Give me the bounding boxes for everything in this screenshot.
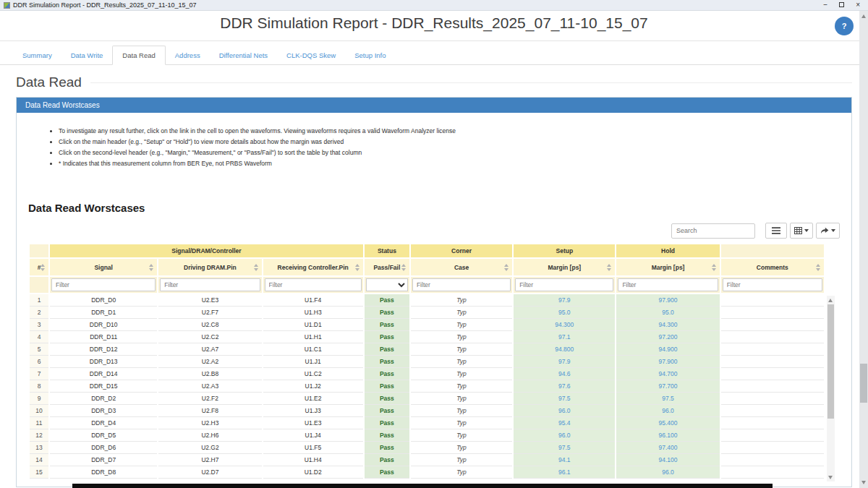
filter-input-case-5[interactable] (412, 278, 511, 291)
driving-pin-cell: U2.D7 (158, 466, 261, 479)
corner-case-cell: Typ (411, 331, 512, 343)
setup-margin-cell: 96.0 (514, 405, 615, 417)
setup-margin-link[interactable]: 94.6 (558, 370, 571, 377)
scroll-down-icon[interactable] (861, 481, 866, 484)
hold-margin-link[interactable]: 94.300 (659, 321, 678, 328)
table-row: 5DDR_D12U2.A7U1.C1PassTyp94.80094.900 (30, 343, 824, 356)
driving-pin-cell: U2.F2 (158, 393, 261, 405)
tab-address[interactable]: Address (166, 46, 210, 64)
tab-data-write[interactable]: Data Write (61, 46, 113, 64)
column-header-driving-dram-pin-2[interactable]: Driving DRAM.Pin (158, 259, 261, 277)
sort-icon[interactable] (149, 264, 154, 271)
tab-data-read[interactable]: Data Read (112, 46, 165, 65)
sort-icon[interactable] (41, 264, 46, 271)
setup-margin-link[interactable]: 96.1 (558, 468, 571, 476)
column-header-num-0[interactable]: # (30, 259, 48, 277)
column-chooser-button[interactable] (790, 223, 813, 239)
status-cell: Pass (365, 405, 409, 417)
tab-summary[interactable]: Summary (13, 46, 61, 64)
column-header-signal-1[interactable]: Signal (50, 259, 157, 277)
setup-margin-link[interactable]: 95.4 (558, 419, 571, 427)
filter-input-margin-ps-7[interactable] (618, 278, 718, 291)
setup-margin-link[interactable]: 97.5 (558, 395, 571, 402)
setup-margin-link[interactable]: 94.300 (555, 321, 574, 328)
setup-margin-link[interactable]: 97.5 (558, 444, 571, 451)
hold-margin-link[interactable]: 97.700 (659, 382, 678, 390)
hold-margin-link[interactable]: 95.0 (662, 309, 674, 316)
window-scrollbar[interactable] (859, 11, 868, 488)
sort-icon[interactable] (816, 264, 821, 271)
hold-margin-link[interactable]: 97.400 (659, 444, 678, 451)
hold-margin-link[interactable]: 94.700 (659, 370, 678, 377)
search-input[interactable] (671, 223, 755, 239)
signal-cell: DDR_D5 (50, 429, 157, 442)
hold-margin-link[interactable]: 96.100 (659, 432, 678, 439)
group-header-hold[interactable]: Hold (616, 244, 719, 259)
instructions-list: To investigate any result further, click… (59, 127, 851, 167)
column-header-margin-ps-6[interactable]: Margin [ps] (514, 259, 615, 277)
passfail-filter-select[interactable] (366, 278, 408, 291)
sort-icon[interactable] (401, 264, 407, 271)
group-header-signal-dram-controller[interactable]: Signal/DRAM/Controller (50, 244, 363, 259)
tab-setup-info[interactable]: Setup Info (345, 46, 395, 64)
filter-input-driving-dram-pin-2[interactable] (160, 278, 260, 291)
hold-margin-link[interactable]: 94.900 (659, 346, 678, 353)
setup-margin-link[interactable]: 96.0 (558, 407, 571, 414)
column-header-comments-8[interactable]: Comments (721, 259, 824, 277)
column-header-margin-ps-7[interactable]: Margin [ps] (616, 259, 719, 277)
filter-input-signal-1[interactable] (51, 278, 156, 291)
hold-margin-link[interactable]: 96.0 (662, 407, 674, 414)
panel-header: Data Read Worstcases (17, 98, 851, 113)
hold-margin-link[interactable]: 95.400 (659, 419, 678, 427)
scroll-up-icon[interactable] (861, 14, 866, 18)
setup-margin-link[interactable]: 94.1 (558, 456, 571, 463)
hold-margin-link[interactable]: 97.200 (659, 333, 678, 341)
setup-margin-link[interactable]: 97.9 (558, 296, 571, 304)
hold-margin-link[interactable]: 97.900 (659, 296, 678, 304)
sort-icon[interactable] (355, 264, 360, 271)
hold-margin-link[interactable]: 97.5 (662, 395, 674, 402)
minimize-button[interactable]: − (823, 1, 827, 9)
group-header-status[interactable]: Status (365, 244, 409, 259)
window-scrollbar-thumb[interactable] (860, 364, 867, 403)
setup-margin-link[interactable]: 94.800 (555, 346, 574, 353)
filter-input-receiving-controller-pin-3[interactable] (265, 278, 362, 291)
setup-margin-link[interactable]: 96.0 (558, 432, 571, 439)
filter-input-margin-ps-6[interactable] (515, 278, 613, 291)
status-cell: Pass (365, 307, 409, 319)
setup-margin-link[interactable]: 97.1 (558, 333, 571, 341)
sort-icon[interactable] (254, 264, 259, 271)
column-header-pass-fail-4[interactable]: Pass/Fail (365, 259, 409, 277)
window-title-bar: DDR Simulation Report - DDR_Results_2025… (0, 0, 868, 11)
sort-icon[interactable] (504, 264, 509, 271)
tab-differential-nets[interactable]: Differential Nets (210, 46, 277, 64)
table-scrollbar-thumb[interactable] (827, 304, 834, 419)
group-header-setup[interactable]: Setup (514, 244, 615, 259)
sort-icon[interactable] (712, 264, 717, 271)
column-header-receiving-controller-pin-3[interactable]: Receiving Controller.Pin (263, 259, 363, 277)
setup-margin-link[interactable]: 95.0 (558, 309, 571, 316)
scroll-up-icon[interactable] (828, 299, 833, 302)
filter-input-comments-8[interactable] (723, 278, 822, 291)
hold-margin-link[interactable]: 97.900 (659, 358, 678, 365)
tab-clk-dqs-skew[interactable]: CLK-DQS Skew (277, 46, 345, 64)
help-button[interactable]: ? (835, 17, 854, 35)
setup-margin-link[interactable]: 97.9 (558, 358, 571, 365)
close-button[interactable]: × (856, 1, 860, 9)
driving-pin-cell: U2.H3 (158, 417, 261, 429)
hold-margin-link[interactable]: 96.0 (662, 468, 674, 476)
hold-margin-cell: 96.0 (616, 405, 719, 417)
scroll-down-icon[interactable] (828, 476, 833, 479)
setup-margin-link[interactable]: 97.6 (558, 382, 571, 390)
group-header-empty (30, 244, 48, 259)
comments-cell (721, 442, 824, 454)
hold-margin-link[interactable]: 94.100 (659, 456, 678, 463)
list-view-button[interactable] (765, 223, 787, 239)
table-scrollbar[interactable] (827, 296, 835, 481)
export-button[interactable] (816, 223, 840, 239)
group-header-corner[interactable]: Corner (411, 244, 512, 259)
maximize-button[interactable] (839, 1, 844, 9)
driving-pin-cell: U2.E3 (158, 294, 261, 307)
column-header-case-5[interactable]: Case (411, 259, 512, 277)
sort-icon[interactable] (607, 264, 612, 271)
